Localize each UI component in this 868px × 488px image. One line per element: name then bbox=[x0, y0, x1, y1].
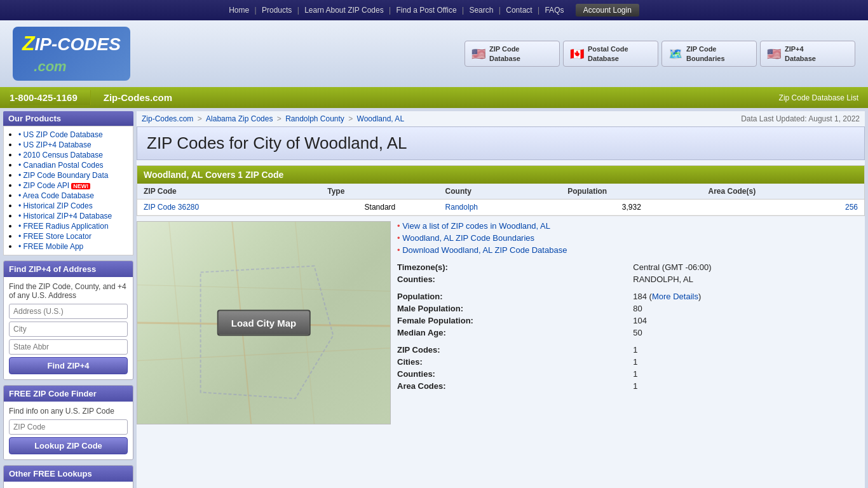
page-header: ZIP-CODES .com 🇺🇸 ZIP CodeDatabase 🇨🇦 Po… bbox=[0, 20, 868, 87]
info-value: 1 bbox=[633, 345, 865, 355]
breadcrumb-sep2: > bbox=[277, 114, 283, 123]
main-content: Zip-Codes.com > Alabama Zip Codes > Rand… bbox=[137, 111, 865, 488]
cell-area-code: 256 bbox=[702, 200, 864, 215]
sidebar-item-mobile[interactable]: • FREE Mobile App bbox=[18, 241, 130, 252]
info-value: 1 bbox=[633, 381, 865, 391]
other-lookups-title: Other FREE Lookups bbox=[4, 466, 133, 482]
sidebar-item-historical[interactable]: • Historical ZIP Codes bbox=[18, 201, 130, 211]
info-value: 104 bbox=[633, 316, 865, 325]
cell-type: Standard bbox=[321, 200, 438, 215]
info-link[interactable]: Download Woodland, AL ZIP Code Database bbox=[397, 245, 865, 255]
nav-home[interactable]: Home bbox=[229, 6, 249, 15]
svg-line-2 bbox=[137, 348, 390, 361]
nav-sep5: | bbox=[499, 6, 501, 15]
nav-sep3: | bbox=[389, 6, 391, 15]
info-label: Median Age: bbox=[397, 328, 627, 337]
nav-sep6: | bbox=[538, 6, 539, 15]
more-details-link[interactable]: More Details bbox=[652, 292, 698, 301]
sidebar-item-api[interactable]: • ZIP Code API NEW! bbox=[18, 180, 130, 191]
county-link[interactable]: Randolph bbox=[445, 203, 478, 212]
nav-products[interactable]: Products bbox=[262, 6, 292, 15]
phone-number: 1-800-425-1169 bbox=[10, 90, 91, 105]
us-flag-icon: 🇺🇸 bbox=[471, 47, 485, 61]
load-city-map-button[interactable]: Load City Map bbox=[217, 310, 311, 336]
logo-ip-codes: IP-CODES bbox=[35, 34, 121, 54]
sidebar-item-boundary[interactable]: • ZIP Code Boundary Data bbox=[18, 170, 130, 180]
other-lookups-widget: Other FREE Lookups Lookup ZIP Code of an… bbox=[3, 465, 133, 488]
db-list-link[interactable]: Zip Code Database List bbox=[779, 93, 858, 102]
breadcrumb-sep3: > bbox=[348, 114, 355, 123]
zip-code-database-btn[interactable]: 🇺🇸 ZIP CodeDatabase bbox=[465, 41, 560, 67]
breadcrumb-bar: Zip-Codes.com > Alabama Zip Codes > Rand… bbox=[137, 111, 865, 126]
info-bar: 1-800-425-1169 Zip-Codes.com Zip Code Da… bbox=[0, 87, 868, 108]
info-value: 1 bbox=[633, 357, 865, 367]
boundaries-label: ZIP CodeBoundaries bbox=[686, 44, 725, 63]
info-label: Cities: bbox=[397, 357, 627, 367]
zip4-flag-icon: 🇺🇸 bbox=[767, 47, 781, 61]
col-area-codes: Area Code(s) bbox=[702, 184, 864, 200]
address-input[interactable] bbox=[9, 304, 128, 319]
info-label: Timezone(s): bbox=[397, 262, 627, 272]
sidebar-item-us-zip[interactable]: • US ZIP Code Database bbox=[18, 130, 130, 140]
site-name-label: Zip-Codes.com bbox=[91, 90, 779, 105]
sidebar: Our Products • US ZIP Code Database • US… bbox=[3, 111, 133, 488]
info-value: 184 (More Details) bbox=[633, 292, 865, 301]
info-value: 80 bbox=[633, 304, 865, 313]
logo-z: Z bbox=[22, 32, 35, 55]
breadcrumb-home[interactable]: Zip-Codes.com bbox=[142, 114, 193, 123]
nav-learn[interactable]: Learn About ZIP Codes bbox=[304, 6, 384, 15]
breadcrumb-randolph[interactable]: Randolph County bbox=[285, 114, 344, 123]
info-link[interactable]: View a list of ZIP codes in Woodland, AL bbox=[397, 221, 865, 231]
info-label: Female Population: bbox=[397, 316, 627, 325]
zip4-database-btn[interactable]: 🇺🇸 ZIP+4Database bbox=[760, 41, 855, 67]
breadcrumb-alabama[interactable]: Alabama Zip Codes bbox=[206, 114, 273, 123]
nav-faqs[interactable]: FAQs bbox=[545, 6, 564, 15]
sidebar-item-radius[interactable]: • FREE Radius Application bbox=[18, 221, 130, 231]
zip4-widget-title: Find ZIP+4 of Address bbox=[4, 261, 133, 277]
area-code-link[interactable]: 256 bbox=[845, 203, 858, 212]
sidebar-item-store[interactable]: • FREE Store Locator bbox=[18, 231, 130, 241]
state-input[interactable] bbox=[9, 339, 128, 355]
map-container: Load City Map bbox=[137, 221, 391, 424]
postal-code-database-btn[interactable]: 🇨🇦 Postal CodeDatabase bbox=[563, 41, 658, 67]
sidebar-item-historical4[interactable]: • Historical ZIP+4 Database bbox=[18, 211, 130, 221]
nav-post[interactable]: Find a Post Office bbox=[396, 6, 456, 15]
account-login-button[interactable]: Account Login bbox=[576, 4, 639, 17]
sidebar-item-canadian[interactable]: • Canadian Postal Codes bbox=[18, 160, 130, 170]
nav-sep4: | bbox=[462, 6, 464, 15]
sidebar-item-area[interactable]: • Area Code Database bbox=[18, 191, 130, 201]
map-info-section: Load City Map View a list of ZIP codes i… bbox=[137, 221, 865, 424]
sidebar-item-us-zip4[interactable]: • US ZIP+4 Database bbox=[18, 140, 130, 150]
info-spacer bbox=[397, 340, 865, 342]
nav-contact[interactable]: Contact bbox=[506, 6, 532, 15]
find-zip4-button[interactable]: Find ZIP+4 bbox=[9, 357, 128, 374]
nav-sep2: | bbox=[297, 6, 299, 15]
zip-finder-body: Find info on any U.S. ZIP Code Lookup ZI… bbox=[4, 402, 133, 459]
logo-area: ZIP-CODES .com bbox=[13, 27, 130, 81]
breadcrumb-woodland[interactable]: Woodland, AL bbox=[357, 114, 405, 123]
lookup-zip-button[interactable]: Lookup ZIP Code bbox=[9, 437, 128, 454]
info-link[interactable]: Woodland, AL ZIP Code Boundaries bbox=[397, 233, 865, 243]
sidebar-item-census[interactable]: • 2010 Census Database bbox=[18, 150, 130, 160]
zip-boundaries-btn[interactable]: 🗺️ ZIP CodeBoundaries bbox=[661, 41, 757, 67]
ca-flag-icon: 🇨🇦 bbox=[570, 47, 584, 61]
nav-sep1: | bbox=[254, 6, 256, 15]
logo-com: .com bbox=[22, 58, 67, 74]
cell-county: Randolph bbox=[439, 200, 562, 215]
zip-codes-table: ZIP Code Type County Population Area Cod… bbox=[137, 184, 864, 215]
zip-codes-table-section: Woodland, AL Covers 1 ZIP Code ZIP Code … bbox=[137, 165, 865, 216]
nav-search[interactable]: Search bbox=[469, 6, 493, 15]
col-county: County bbox=[439, 184, 562, 200]
city-input[interactable] bbox=[9, 322, 128, 337]
zip-link[interactable]: ZIP Code 36280 bbox=[144, 203, 199, 212]
other-lookups-body: Lookup ZIP Code of any City, State, Coun… bbox=[4, 482, 133, 488]
cell-population: 3,932 bbox=[561, 200, 702, 215]
products-section-title: Our Products bbox=[3, 111, 133, 126]
site-logo[interactable]: ZIP-CODES .com bbox=[13, 27, 130, 81]
breadcrumb: Zip-Codes.com > Alabama Zip Codes > Rand… bbox=[142, 114, 404, 123]
table-row: ZIP Code 36280 Standard Randolph 3,932 2… bbox=[137, 200, 864, 215]
zip-code-input[interactable] bbox=[9, 419, 128, 435]
info-label: Counties: bbox=[397, 274, 627, 284]
zip-db-label: ZIP CodeDatabase bbox=[489, 44, 520, 63]
database-buttons: 🇺🇸 ZIP CodeDatabase 🇨🇦 Postal CodeDataba… bbox=[465, 41, 855, 67]
